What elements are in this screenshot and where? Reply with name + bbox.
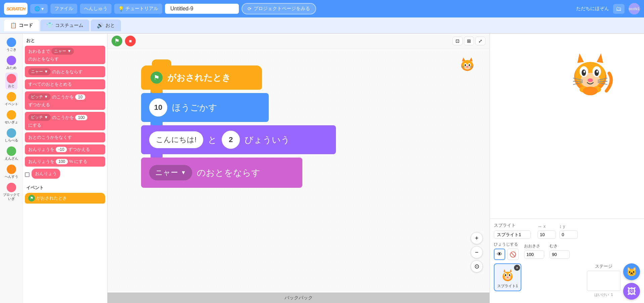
tab-costume[interactable]: 👕 コスチューム (40, 19, 89, 31)
sound-dropdown-1[interactable]: ニャー ▼ (51, 48, 74, 55)
project-page-button[interactable]: ⟳ プロジェクトページをみる (242, 3, 316, 14)
block-when-flag-clicked[interactable]: ⚑ がおされたとき (25, 193, 105, 204)
hide-button[interactable]: 🚫 (507, 249, 519, 260)
file-menu-button[interactable]: ファイル (50, 4, 77, 14)
add-backdrop-button[interactable]: 🖼 (623, 283, 640, 300)
sound-block-text: のおとをならす (197, 167, 260, 179)
block-change-pitch[interactable]: ピッチ ▼ のこうかを 10 ずつかえる (25, 91, 105, 110)
green-flag-button[interactable]: ⚑ (112, 36, 122, 46)
category-motion[interactable]: うごき (5, 36, 18, 53)
sound-block[interactable]: ニャー ▼ のおとをならす (141, 158, 336, 188)
category-sensing[interactable]: しらべる (3, 127, 19, 144)
sound-label: おと (8, 84, 15, 88)
svg-marker-38 (510, 269, 512, 272)
category-sound[interactable]: おと (5, 73, 17, 89)
motion-circle (7, 38, 16, 47)
svg-point-25 (588, 78, 593, 82)
motion-value-circle[interactable]: 10 (149, 98, 167, 117)
green-flag-icon: ⚑ (114, 37, 120, 45)
block-stop-all-sounds[interactable]: すべてのおとをとめる (25, 79, 105, 89)
motion-block[interactable]: 10 ほうごかす (141, 93, 336, 122)
block-volume-reporter-row: おんりょう (25, 169, 105, 181)
block-play-until-done[interactable]: おわるまで ニャー ▼ のおとをならす (25, 46, 105, 64)
sprite-name-input[interactable] (494, 230, 531, 239)
tab-code[interactable]: 📋 コード (4, 19, 39, 31)
effect-dropdown-2[interactable]: ピッチ ▼ (28, 114, 51, 121)
svg-point-9 (466, 66, 468, 68)
sprite-section-label: スプライト (494, 222, 531, 228)
sprite-y-input[interactable] (559, 230, 578, 239)
main-layout: うごき みため おと イベント せいぎょ (0, 34, 644, 303)
visibility-section: ひょうじする 👁 🚫 (494, 242, 519, 260)
nav-right-section: ただちにほぞん 🗂 yocchi12 (576, 3, 640, 14)
volume-reporter-check[interactable] (25, 172, 30, 177)
flag-icon-small: ⚑ (28, 195, 35, 202)
costume-tab-icon: 👕 (46, 22, 53, 29)
left-panel-inner: うごき みため おと イベント せいぎょ (0, 34, 107, 303)
motion-label: うごき (6, 48, 16, 52)
svg-marker-17 (597, 53, 603, 63)
direction-input[interactable] (550, 250, 570, 259)
folder-button[interactable]: 🗂 (613, 4, 625, 14)
category-control[interactable]: せいぎょ (3, 109, 19, 126)
looks-secs-value[interactable]: 2 (222, 131, 240, 149)
pitch-change-value[interactable]: 10 (75, 94, 85, 100)
tab-sound[interactable]: 🔊 おと (91, 19, 121, 31)
zoom-out-button[interactable]: − (471, 246, 483, 258)
scratch-logo[interactable]: SCRATCH (4, 3, 28, 15)
category-myblocks[interactable]: ブロックていぎ (0, 181, 23, 202)
avatar[interactable]: yocchi12 (629, 3, 640, 14)
zoom-in-button[interactable]: + (471, 232, 483, 244)
effect-dropdown-1[interactable]: ピッチ ▼ (28, 93, 51, 100)
block-set-pitch[interactable]: ピッチ ▼ のこうかを 100 にする (25, 112, 105, 130)
view-fullscreen-button[interactable]: ⤢ (475, 37, 485, 45)
volume-set-value[interactable]: 100 (56, 159, 68, 164)
sound-dropdown-2[interactable]: ニャー ▼ (28, 68, 51, 75)
tutorial-button[interactable]: 💡 チュートリアル (114, 4, 162, 14)
operators-circle (7, 146, 16, 156)
sprite-thumbnail-1[interactable]: ✕ スプライト1 (494, 263, 521, 291)
zoom-reset-button[interactable]: ⊙ (471, 260, 483, 272)
backpack-bar[interactable]: バックパック (108, 293, 489, 303)
globe-icon: 🌐 (34, 6, 40, 11)
category-looks[interactable]: みため (5, 54, 18, 71)
category-operators[interactable]: えんざん (3, 145, 19, 162)
show-button[interactable]: 👁 (494, 249, 505, 260)
add-sprite-button[interactable]: 🐱 (623, 263, 640, 280)
category-variables[interactable]: へんすう (3, 163, 19, 180)
sprite-coords-section: ↔ x ↕ y (538, 222, 578, 239)
direction-label: むき (550, 243, 570, 249)
sound-tab-icon: 🔊 (97, 22, 103, 29)
sensing-label: しらべる (5, 138, 18, 142)
sound-dropdown-canvas[interactable]: ニャー ▼ (149, 165, 192, 180)
view-small-button[interactable]: ⊡ (453, 37, 463, 45)
view-medium-button[interactable]: ⊞ (464, 37, 474, 45)
stop-button[interactable]: ■ (125, 36, 136, 46)
sprite-delete-btn[interactable]: ✕ (514, 265, 520, 271)
edit-menu-button[interactable]: へんしゅう (80, 4, 112, 14)
category-events[interactable]: イベント (3, 91, 19, 107)
project-title-input[interactable] (165, 4, 239, 14)
svg-point-43 (509, 274, 510, 276)
volume-change-value[interactable]: -10 (56, 147, 67, 152)
looks-say-value[interactable]: こんにちは! (149, 131, 203, 148)
block-volume-reporter[interactable]: おんりょう (32, 169, 60, 179)
hat-block[interactable]: ⚑ がおされたとき (141, 66, 262, 90)
blocks-panel: おと おわるまで ニャー ▼ のおとをならす ニャー ▼ のおとをならす すべて… (23, 34, 107, 303)
stage-area (490, 34, 644, 219)
block-set-volume[interactable]: おんりょうを 100 % にする (25, 157, 105, 167)
looks-block[interactable]: こんにちは! と 2 びょういう (141, 125, 336, 154)
block-change-volume[interactable]: おんりょうを -10 ずつかえる (25, 144, 105, 155)
category-list: うごき みため おと イベント せいぎょ (0, 34, 23, 303)
canvas-workspace[interactable]: ⚑ がおされたとき 10 ほうごかす (108, 49, 489, 293)
block-clear-effects[interactable]: おとのこうかをなくす (25, 132, 105, 142)
size-input[interactable] (524, 250, 544, 259)
block-play-sound[interactable]: ニャー ▼ のおとをならす (25, 66, 105, 77)
sprite-x-input[interactable] (538, 230, 556, 239)
pitch-set-value[interactable]: 100 (75, 115, 87, 120)
svg-marker-16 (577, 53, 584, 63)
globe-button[interactable]: 🌐 ▾ (30, 4, 48, 13)
blocks-stack: ⚑ がおされたとき 10 ほうごかす (141, 66, 336, 188)
svg-point-21 (582, 70, 586, 76)
project-page-icon: ⟳ (248, 6, 252, 11)
